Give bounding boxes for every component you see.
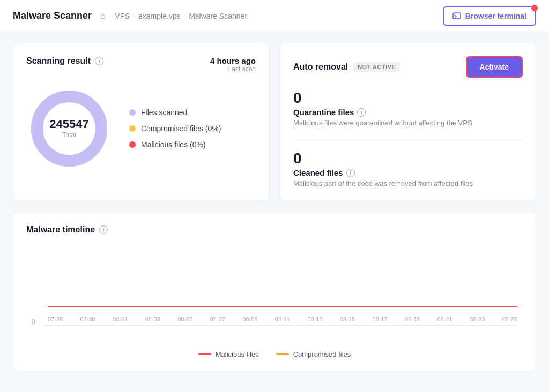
compromised-files-label: Compromised files (0%) bbox=[141, 124, 221, 133]
quarantine-count: 0 bbox=[293, 91, 523, 105]
x-label: 08-05 bbox=[177, 316, 192, 322]
last-scan: 4 hours ago Last scan bbox=[210, 56, 256, 73]
malicious-files-label: Malicious files (0%) bbox=[141, 140, 206, 149]
divider bbox=[293, 140, 523, 140]
x-label: 08-15 bbox=[340, 316, 355, 322]
svg-rect-0 bbox=[453, 13, 461, 19]
timeline-title: Malware timeline bbox=[26, 225, 95, 235]
auto-removal-card: Auto removal NOT ACTIVE Activate 0 Quara… bbox=[280, 43, 536, 201]
x-label: 07-30 bbox=[80, 316, 95, 322]
donut-center: 245547 Total bbox=[49, 118, 88, 139]
quarantine-files-block: 0 Quarantine files i Malicious files wer… bbox=[293, 91, 523, 127]
chart-area: 0 07-28 07-30 08-01 08-03 08-05 08-07 08… bbox=[32, 245, 517, 342]
total-label: Total bbox=[49, 131, 88, 139]
x-axis: 07-28 07-30 08-01 08-03 08-05 08-07 08-0… bbox=[32, 312, 517, 322]
x-label: 08-13 bbox=[307, 316, 322, 322]
quarantine-desc: Malicious files were quarantined without… bbox=[293, 119, 523, 127]
top-row: Scanning result i 4 hours ago Last scan bbox=[13, 43, 536, 201]
compromised-legend-item: Compromised files bbox=[276, 350, 351, 358]
malicious-legend-line bbox=[198, 353, 211, 355]
legend-item: Malicious files (0%) bbox=[129, 140, 221, 149]
terminal-icon bbox=[452, 12, 461, 20]
cleaned-info-icon[interactable]: i bbox=[346, 169, 355, 177]
scan-content: 245547 Total Files scanned Compromised f… bbox=[26, 86, 256, 171]
x-label: 08-21 bbox=[437, 316, 452, 322]
x-label: 08-19 bbox=[405, 316, 420, 322]
quarantine-info-icon[interactable]: i bbox=[357, 108, 366, 117]
x-label: 08-01 bbox=[113, 316, 128, 322]
scanning-result-title: Scanning result i bbox=[26, 56, 103, 66]
cleaned-count: 0 bbox=[293, 151, 523, 166]
total-files: 245547 bbox=[49, 118, 88, 130]
cleaned-desc: Malicious part of the code was removed f… bbox=[293, 179, 523, 187]
scanning-result-info-icon[interactable]: i bbox=[95, 57, 103, 65]
x-label: 08-25 bbox=[502, 316, 517, 322]
cleaned-title: Cleaned files i bbox=[293, 168, 523, 177]
last-scan-time: 4 hours ago bbox=[210, 56, 256, 65]
x-label: 08-11 bbox=[275, 316, 290, 322]
chart-grid-line bbox=[42, 325, 517, 326]
chart-legend: Malicious files Compromised files bbox=[26, 350, 523, 358]
malicious-legend-label: Malicious files bbox=[216, 350, 259, 358]
x-label: 08-17 bbox=[372, 316, 387, 322]
activate-button[interactable]: Activate bbox=[466, 56, 523, 78]
x-label: 08-07 bbox=[210, 316, 225, 322]
legend-item: Files scanned bbox=[129, 108, 221, 117]
files-scanned-dot bbox=[129, 109, 136, 116]
compromised-files-dot bbox=[129, 125, 136, 132]
scanning-result-card: Scanning result i 4 hours ago Last scan bbox=[13, 43, 269, 201]
auto-removal-left: Auto removal NOT ACTIVE bbox=[293, 62, 400, 72]
header: Malware Scanner ⌂ – VPS – example.vps – … bbox=[0, 0, 549, 32]
not-active-badge: NOT ACTIVE bbox=[353, 62, 400, 72]
main-content: Scanning result i 4 hours ago Last scan bbox=[0, 32, 549, 382]
chart-y-label: 0 bbox=[32, 318, 35, 326]
app-logo: Malware Scanner bbox=[13, 10, 92, 21]
scan-legend: Files scanned Compromised files (0%) Mal… bbox=[129, 108, 221, 149]
malware-timeline-card: Malware timeline i 0 07-28 07-30 08-01 0… bbox=[13, 212, 536, 372]
terminal-notification-dot bbox=[531, 5, 538, 11]
home-icon: ⌂ bbox=[100, 11, 106, 21]
x-label: 08-03 bbox=[145, 316, 160, 322]
auto-removal-title: Auto removal bbox=[293, 62, 348, 72]
cleaned-files-block: 0 Cleaned files i Malicious part of the … bbox=[293, 151, 523, 187]
compromised-legend-label: Compromised files bbox=[293, 350, 351, 358]
timeline-info-icon[interactable]: i bbox=[99, 225, 108, 234]
files-scanned-label: Files scanned bbox=[141, 108, 187, 117]
malicious-legend-item: Malicious files bbox=[198, 350, 259, 358]
quarantine-title: Quarantine files i bbox=[293, 108, 523, 117]
timeline-header: Malware timeline i bbox=[26, 225, 523, 235]
x-label: 07-28 bbox=[48, 316, 63, 322]
last-scan-label: Last scan bbox=[210, 65, 256, 73]
breadcrumb-text: – VPS – example.vps – Malware Scanner bbox=[109, 12, 247, 20]
browser-terminal-button[interactable]: Browser terminal bbox=[443, 6, 536, 26]
x-label: 08-23 bbox=[470, 316, 485, 322]
malicious-files-dot bbox=[129, 141, 136, 148]
legend-item: Compromised files (0%) bbox=[129, 124, 221, 133]
x-label: 08-09 bbox=[242, 316, 257, 322]
breadcrumb: ⌂ – VPS – example.vps – Malware Scanner bbox=[100, 11, 443, 21]
timeline-svg bbox=[48, 245, 517, 310]
scan-header: Scanning result i 4 hours ago Last scan bbox=[26, 56, 256, 73]
compromised-legend-line bbox=[276, 353, 289, 355]
auto-removal-header: Auto removal NOT ACTIVE Activate bbox=[293, 56, 523, 78]
donut-chart: 245547 Total bbox=[26, 86, 112, 171]
browser-terminal-label: Browser terminal bbox=[465, 12, 526, 20]
